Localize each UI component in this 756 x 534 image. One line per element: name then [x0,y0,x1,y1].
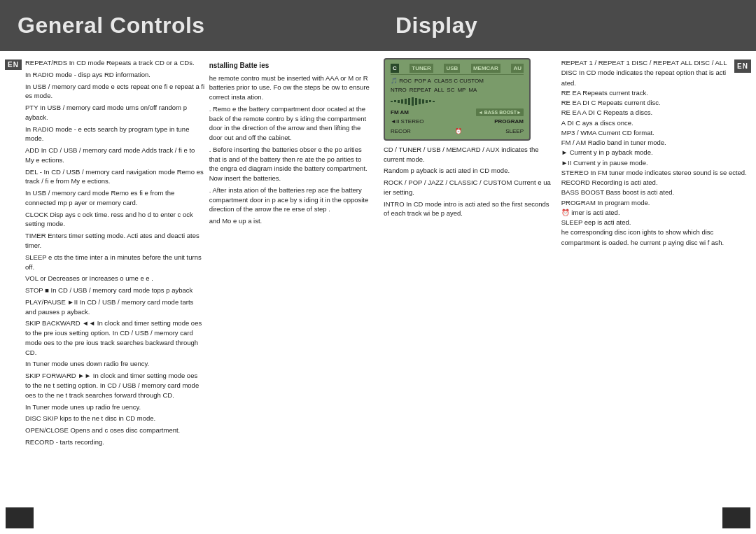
lcd-bar [422,99,424,104]
general-controls-col2: nstalling Batte ieshe remote contro must… [209,58,372,498]
lcd-icons-row2: NTRO REPEAT ALL SC MP MA [391,86,524,94]
list-item: SLEEP eep is acti ated. [561,218,750,227]
lcd-icon-ntro: NTRO [391,86,407,94]
list-item: PLAY/PAUSE ►II In CD / USB / memory card… [25,297,205,317]
list-item: STOP ■ In CD / USB / memory card mode to… [25,286,205,295]
list-item: REPEAT 1 / REPEAT 1 DISC / REPEAT ALL DI… [561,58,750,88]
lcd-icon-repeat: REPEAT [410,86,431,94]
list-item: . Before inserting the batteries obser e… [209,145,372,183]
list-item: FM / AM Radio band in tuner mode. [561,138,750,148]
lcd-tab-au: AU [511,64,524,73]
lcd-fmam: FM AM [391,108,409,117]
list-item: RECORD - tarts recording. [25,437,205,447]
list-item: VOL or Decreases or Increases o ume e e … [25,274,205,283]
lcd-sleep-icon: ⏰ [455,127,462,135]
lcd-icon-pop: POP A [414,77,431,85]
display-title: Display [378,0,756,51]
lcd-tab-c: C [391,64,399,73]
list-item: ► Current y in p ayback mode. [561,148,750,157]
list-item: Random p ayback is acti ated in CD mode. [384,166,556,176]
lcd-bar [405,99,407,104]
list-item: DISC SKIP kips to the ne t disc in CD mo… [25,414,205,423]
list-item: REPEAT/RDS In CD mode Repeats a track CD… [25,58,205,68]
display-section: Display C TUNER USB MEMCAR AU 🎵 R [378,0,756,534]
bottom-left-square [6,507,34,528]
general-controls-col1: REPEAT/RDS In CD mode Repeats a track CD… [25,58,205,498]
lcd-bar [408,98,410,105]
en-label-left: EN [5,59,22,70]
list-item: he remote contro must be inserted with A… [209,73,372,102]
list-item: In Tuner mode unes down radio fre uency. [25,359,205,369]
list-item: ►II Current y in pause mode. [561,158,750,168]
list-item: INTRO In CD mode intro is acti ated so t… [384,199,556,219]
list-item: ⏰ imer is acti ated. [561,208,750,218]
display-left-col: C TUNER USB MEMCAR AU 🎵 ROC POP A CLASS … [384,58,556,498]
en-badge-left: EN [6,58,21,498]
general-controls-title: General Controls [0,0,378,51]
list-item: PROGRAM In program mode. [561,198,750,208]
en-badge-right: EN [735,58,750,73]
lcd-bar [401,99,403,104]
lcd-icon-class: CLASS C CUSTOM [434,77,484,85]
lcd-bottom2: ◄II STEREO PROGRAM [391,118,524,125]
lcd-bass-boost: ◄ BASS BOOST► [476,108,524,117]
list-item: ROCK / POP / JAZZ / CLASSIC / CUSTOM Cur… [384,178,556,197]
list-item: SKIP BACKWARD ◄◄ In clock and timer sett… [25,318,205,357]
list-item: he corresponding disc icon ights to show… [561,227,750,248]
list-item: CLOCK Disp ays c ock time. ress and ho d… [25,210,205,230]
lcd-icon-roc: 🎵 ROC [391,77,412,85]
lcd-bars [391,96,524,107]
list-item: . Remo e the battery compartment door oc… [209,104,372,143]
list-item: CD / TUNER / USB / MEMCARD / AUX indicat… [384,145,556,164]
list-item: SLEEP e cts the time inter a in minutes … [25,253,205,272]
bottom-right-square [722,507,750,528]
lcd-tab-tuner: TUNER [410,64,433,73]
list-item: PTY In USB / memory card mode urns on/of… [25,103,205,122]
list-item: SKIP FORWARD ►► In clock and timer setti… [25,371,205,400]
lcd-tab-memcar: MEMCAR [471,64,500,73]
list-item: RE EA Repeats current track. [561,88,750,98]
lcd-bar [415,98,417,105]
display-right-col: EN REPEAT 1 / REPEAT 1 DISC / REPEAT ALL… [561,58,750,498]
lcd-bottom3: RECOR ⏰ SLEEP [391,127,524,135]
lcd-icon-mp: MP [457,86,465,94]
list-item: MP3 / WMA Current CD format. [561,128,750,138]
lcd-bar [419,99,421,104]
lcd-icon-ma: MA [468,86,477,94]
installing-header: nstalling Batte ies [209,61,372,71]
list-item: In Tuner mode unes up radio fre uency. [25,402,205,412]
lcd-icons-row1: 🎵 ROC POP A CLASS C CUSTOM [391,77,524,85]
list-item: A DI C ays a discs once. [561,118,750,128]
lcd-bottom: FM AM ◄ BASS BOOST► [391,108,524,117]
list-item: OPEN/CLOSE Opens and c oses disc compart… [25,426,205,435]
list-item: STEREO In FM tuner mode indicates stereo… [561,168,750,178]
lcd-bar [398,100,400,103]
lcd-icon-sc: SC [447,86,454,94]
en-label-right: EN [734,59,751,73]
lcd-sleep: SLEEP [505,127,524,135]
list-item: and Mo e up a ist. [209,216,372,226]
list-item: . After insta ation of the batteries rep… [209,185,372,214]
lcd-display: C TUNER USB MEMCAR AU 🎵 ROC POP A CLASS … [384,58,531,141]
display-below-lcd: CD / TUNER / USB / MEMCARD / AUX indicat… [384,145,556,220]
list-item: TIMER Enters timer setting mode. Acti at… [25,231,205,251]
list-item: RECORD Recording is acti ated. [561,178,750,188]
list-item: RE EA DI C Repeats current disc. [561,98,750,108]
list-item: In USB / memory card mode e ects repeat … [25,82,205,101]
list-item: RE EA A DI C Repeats a discs. [561,108,750,118]
list-item: In RADIO mode - e ects search by program… [25,125,205,144]
list-item: BASS BOOST Bass boost is acti ated. [561,188,750,197]
list-item: DEL - In CD / USB / memory card navigati… [25,167,205,187]
lcd-bar [433,101,435,102]
lcd-bar [426,100,428,103]
lcd-program: PROGRAM [494,118,524,125]
lcd-bar [429,100,431,102]
lcd-bar [391,101,393,102]
lcd-bar [394,100,396,102]
list-item: In RADIO mode - disp ays RD information. [25,70,205,80]
lcd-tabs: C TUNER USB MEMCAR AU [391,64,524,75]
list-item: ADD In CD / USB / memory card mode Adds … [25,146,205,165]
general-controls-section: General Controls EN REPEAT/RDS In CD mod… [0,0,378,534]
lcd-recor: RECOR [391,127,411,135]
lcd-tab-usb: USB [444,64,460,73]
